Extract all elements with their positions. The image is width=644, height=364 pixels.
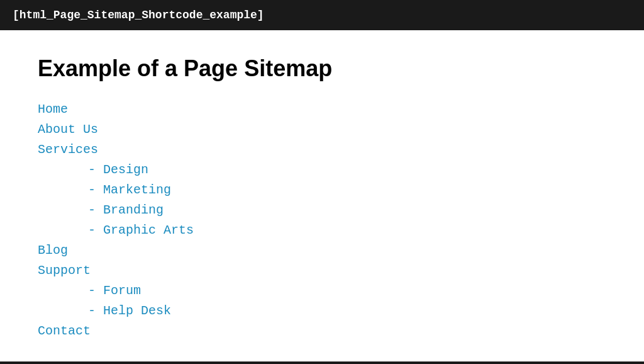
sitemap-item-contact[interactable]: Contact	[38, 321, 606, 341]
sitemap-link-about-us[interactable]: About Us	[38, 122, 98, 137]
sitemap-item-support[interactable]: Support	[38, 261, 606, 281]
sitemap-link-home[interactable]: Home	[38, 102, 68, 117]
sitemap-item-graphic-arts[interactable]: - Graphic Arts	[38, 220, 606, 241]
sitemap-link-help-desk[interactable]: - Help Desk	[88, 304, 171, 318]
shortcode-label: [html_Page_Sitemap_Shortcode_example]	[13, 9, 264, 21]
sitemap-link-support[interactable]: Support	[38, 263, 91, 278]
sitemap-item-blog[interactable]: Blog	[38, 241, 606, 261]
sitemap-link-services[interactable]: Services	[38, 142, 98, 157]
sitemap-link-blog[interactable]: Blog	[38, 243, 68, 258]
sitemap-item-home[interactable]: Home	[38, 100, 606, 120]
sitemap-link-forum[interactable]: - Forum	[88, 283, 141, 298]
sitemap-item-branding[interactable]: - Branding	[38, 200, 606, 220]
sitemap-item-services[interactable]: Services	[38, 140, 606, 160]
sitemap-item-forum[interactable]: - Forum	[38, 281, 606, 301]
sitemap-list: HomeAbout UsServices- Design- Marketing-…	[38, 100, 606, 341]
main-content: Example of a Page Sitemap HomeAbout UsSe…	[0, 30, 644, 361]
page-title: Example of a Page Sitemap	[38, 55, 606, 82]
sitemap-item-design[interactable]: - Design	[38, 160, 606, 180]
sitemap-item-help-desk[interactable]: - Help Desk	[38, 301, 606, 321]
top-bar: [html_Page_Sitemap_Shortcode_example]	[0, 0, 644, 30]
sitemap-item-marketing[interactable]: - Marketing	[38, 180, 606, 200]
sitemap-link-design[interactable]: - Design	[88, 162, 148, 177]
sitemap-item-about-us[interactable]: About Us	[38, 120, 606, 140]
sitemap-link-branding[interactable]: - Branding	[88, 203, 164, 217]
sitemap-link-contact[interactable]: Contact	[38, 324, 91, 338]
sitemap-link-graphic-arts[interactable]: - Graphic Arts	[88, 223, 194, 237]
sitemap-link-marketing[interactable]: - Marketing	[88, 183, 171, 197]
